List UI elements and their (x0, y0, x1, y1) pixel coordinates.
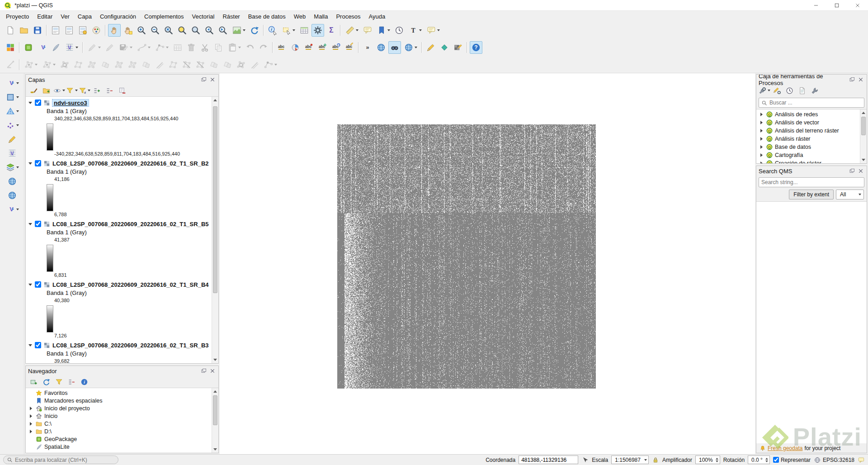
browser-properties-button[interactable]: i (79, 376, 90, 387)
delete-part-button[interactable] (140, 58, 152, 71)
open-project-button[interactable] (18, 24, 30, 37)
browser-panel-float-button[interactable] (200, 367, 208, 375)
wfs-service-button[interactable] (6, 189, 19, 202)
filter-legend-button[interactable] (66, 85, 77, 96)
search-qms-button[interactable] (388, 41, 401, 54)
new-map-view-button[interactable] (230, 24, 247, 37)
expander-icon[interactable] (759, 137, 764, 141)
map-canvas[interactable] (220, 73, 755, 454)
layers-panel-float-button[interactable] (200, 76, 208, 83)
menu-proyecto[interactable]: Proyecto (2, 12, 33, 21)
copy-features-button[interactable] (212, 41, 225, 54)
browser-item-geopackage[interactable]: GeoPackage (26, 435, 218, 443)
layer-visibility-checkbox[interactable] (35, 221, 41, 227)
browser-item-marcadores-espaciales[interactable]: Marcadores espaciales (26, 397, 218, 404)
refresh-map-button[interactable] (248, 24, 261, 37)
menu-ver[interactable]: Ver (57, 12, 74, 21)
refresh-browser-button[interactable] (41, 376, 52, 387)
processing-search-box[interactable] (759, 98, 864, 108)
scroll-track[interactable] (860, 116, 867, 157)
expander-icon[interactable] (28, 414, 33, 418)
virtual-layer-tool-button[interactable]: V (6, 147, 19, 160)
processing-group-analisis-raster[interactable]: QAnálisis ráster (756, 135, 867, 143)
add-part-button[interactable] (99, 58, 112, 71)
undo-button[interactable] (244, 41, 256, 54)
expander-icon[interactable] (759, 113, 764, 116)
new-project-button[interactable] (4, 24, 17, 37)
new-report-button[interactable] (63, 24, 75, 37)
browser-item-inicio-del-proyecto[interactable]: Inicio del proyecto (26, 404, 218, 412)
trim-extend-button[interactable] (262, 58, 279, 71)
scroll-track[interactable] (212, 104, 218, 356)
serval-raster-tools-button[interactable] (452, 41, 464, 54)
processing-scrollbar[interactable] (860, 109, 867, 163)
mesh-digitizing-button[interactable] (4, 105, 21, 118)
open-layer-styling-button[interactable] (28, 85, 39, 96)
collapse-all-button[interactable] (104, 85, 115, 96)
pan-to-selection-button[interactable] (122, 24, 134, 37)
new-spatialite-layer-button[interactable] (49, 41, 62, 54)
rotation-spinner[interactable]: 0.0 ° (748, 456, 770, 464)
minimize-button[interactable] (806, 0, 826, 10)
scroll-up-icon[interactable] (860, 109, 867, 116)
zoom-to-layer-button[interactable] (189, 24, 202, 37)
zoom-next-button[interactable] (217, 24, 229, 37)
menu-capa[interactable]: Capa (74, 12, 96, 21)
identify-features-button[interactable]: i (266, 24, 279, 37)
vector-tools-button[interactable]: V (4, 203, 21, 216)
split-parts-button[interactable] (194, 58, 207, 71)
move-feature-button[interactable] (22, 58, 39, 71)
change-label-button[interactable]: abc (343, 41, 356, 54)
expander-icon[interactable] (28, 223, 33, 225)
browser-scrollbar[interactable] (212, 388, 218, 453)
expander-icon[interactable] (28, 430, 33, 433)
layer-stack-tool-button[interactable] (4, 161, 21, 174)
edit-features-in-place-button[interactable] (771, 85, 782, 96)
processing-algorithm-tree[interactable]: QAnálisis de redesQAnálisis de vectorQAn… (756, 109, 867, 163)
locator-search[interactable] (3, 456, 118, 464)
save-project-button[interactable] (31, 24, 44, 37)
layer-name[interactable]: LC08_L2SP_007068_20220609_20220616_02_T1… (52, 342, 209, 349)
zoom-full-button[interactable] (162, 24, 175, 37)
rotate-label-button[interactable]: abc (330, 41, 342, 54)
layer-name[interactable]: LC08_L2SP_007068_20220609_20220616_02_T1… (52, 160, 209, 167)
manage-map-themes-button[interactable] (53, 85, 64, 96)
scroll-down-icon[interactable] (212, 446, 218, 453)
lock-scale-icon[interactable] (652, 456, 659, 464)
processing-group-cartografia[interactable]: QCartografía (756, 151, 867, 159)
layer-row[interactable]: ndvi-surco3 (26, 98, 218, 108)
digitize-sketch-button[interactable] (425, 41, 437, 54)
redo-button[interactable] (257, 41, 270, 54)
scroll-up-icon[interactable] (212, 97, 218, 104)
coordinate-input[interactable] (519, 456, 578, 464)
pan-map-button[interactable] (108, 24, 121, 37)
simplify-feature-button[interactable] (72, 58, 85, 71)
statistical-summary-button[interactable]: Σ (325, 24, 338, 37)
layout-manager-button[interactable] (76, 24, 89, 37)
render-checkbox[interactable] (773, 457, 779, 463)
add-rectangle-button[interactable] (4, 91, 21, 104)
measure-button[interactable] (343, 24, 360, 37)
expander-icon[interactable] (28, 284, 33, 286)
processing-toolbox-button[interactable] (311, 24, 324, 37)
point-cloud-button[interactable] (4, 119, 21, 132)
scroll-down-icon[interactable] (212, 356, 218, 363)
layer-row[interactable]: LC08_L2SP_007068_20220609_20220616_02_T1… (26, 219, 218, 229)
menu-procesos[interactable]: Procesos (332, 12, 364, 21)
annotation-tool-button[interactable] (6, 133, 19, 146)
qms-results-list[interactable] (756, 201, 867, 443)
messages-icon[interactable] (858, 456, 865, 464)
zoom-last-button[interactable] (203, 24, 216, 37)
merge-features-button[interactable] (208, 58, 220, 71)
digitize-with-curve-button[interactable] (135, 41, 152, 54)
scroll-down-icon[interactable] (860, 157, 867, 163)
expand-all-button[interactable] (91, 85, 102, 96)
close-button[interactable] (847, 0, 868, 10)
open-attribute-table-button[interactable] (298, 24, 311, 37)
expander-icon[interactable] (759, 121, 764, 124)
form-annotation-button[interactable] (425, 24, 442, 37)
qms-panel-float-button[interactable] (849, 167, 856, 175)
extents-pointer-icon[interactable] (581, 456, 589, 464)
copy-move-feature-button[interactable] (40, 58, 57, 71)
layer-row[interactable]: LC08_L2SP_007068_20220609_20220616_02_T1… (26, 280, 218, 289)
